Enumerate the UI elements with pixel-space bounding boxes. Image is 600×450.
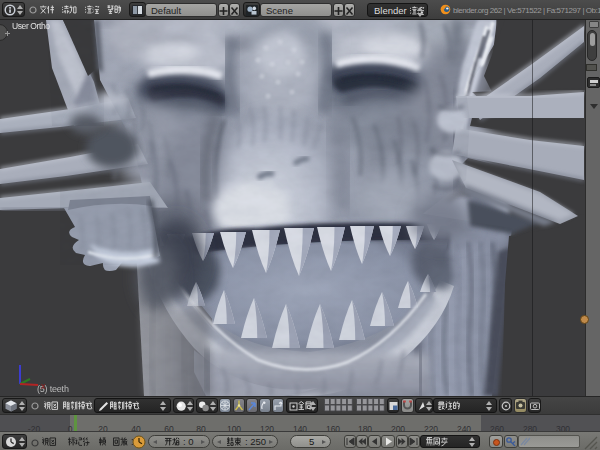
svg-text:x: x: [41, 381, 46, 391]
